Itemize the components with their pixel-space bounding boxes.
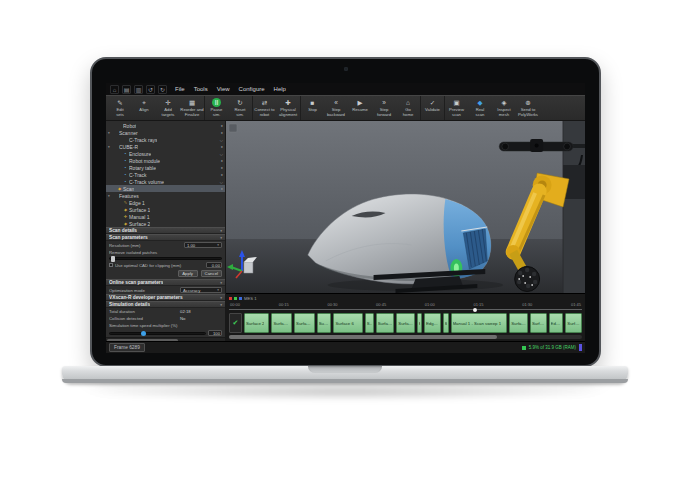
timeline-segment[interactable]: Surface 4 <box>294 313 315 333</box>
timeline-segment[interactable]: Surface 9 <box>530 313 547 333</box>
tree-item[interactable]: ▪ C-Track volume ◡ <box>106 178 225 185</box>
menu-item[interactable]: Tools <box>194 86 208 92</box>
menu-item[interactable]: File <box>175 86 185 92</box>
clipping-checkbox[interactable] <box>109 263 113 267</box>
tree-item[interactable]: ◆ Scan ● <box>106 185 225 192</box>
tree-item-icon: ✛ <box>123 214 128 219</box>
caret-icon[interactable]: ▾ <box>108 131 112 135</box>
tree-item[interactable]: ▾ CUBE-R ● <box>106 143 225 150</box>
timeline-segment[interactable]: Surface 8 <box>396 313 415 333</box>
menubar-quick-icon[interactable]: ▤ <box>122 85 131 94</box>
tree-item[interactable]: ▪ Robot module ● <box>106 157 225 164</box>
tree-item[interactable]: Robot ● <box>106 122 225 129</box>
simulation-details-header[interactable]: Simulation details ▾ <box>106 301 225 308</box>
timeline-segment[interactable]: Manual 1 - Scan sweep 1 <box>451 313 508 333</box>
eye-icon[interactable]: ● <box>221 166 223 170</box>
toolbar-button[interactable]: ✓ Validate <box>420 96 444 120</box>
timeline-segment[interactable]: Surface 7 <box>376 313 395 333</box>
tree-item[interactable]: ✛ Manual 1 <box>106 213 225 220</box>
timeline-validate-button[interactable]: ✔ <box>229 313 242 333</box>
remove-isolated-slider[interactable] <box>109 257 222 260</box>
scan-details-header[interactable]: Scan details ▾ <box>106 227 225 234</box>
cancel-button[interactable]: Cancel <box>201 270 222 277</box>
toolbar-button[interactable]: » Step forward <box>372 96 396 120</box>
caret-icon[interactable]: ▾ <box>108 194 112 198</box>
apply-button[interactable]: Apply <box>178 270 198 277</box>
timeline-segment[interactable]: Surface 5 <box>317 313 332 333</box>
toolbar-button[interactable]: ▦ Reorder and Finalize <box>180 96 204 120</box>
toolbar-button[interactable]: « Step backward <box>324 96 348 120</box>
tree-item[interactable]: C-Track rays ◡ <box>106 136 225 143</box>
toolbar-button[interactable]: ▣ Preview scan <box>444 96 468 120</box>
eye-icon[interactable]: ◡ <box>220 152 223 156</box>
menubar-quick-icon[interactable]: ⌂ <box>110 85 119 94</box>
slider-thumb[interactable] <box>141 331 146 336</box>
online-parameters-header[interactable]: Online scan parameters ▾ <box>106 279 225 286</box>
timeline-segment[interactable]: Surface 1 <box>509 313 528 333</box>
menubar-quick-icon[interactable]: ↻ <box>158 85 167 94</box>
tree-item[interactable]: ◈ Surface 2 <box>106 220 225 227</box>
eye-icon[interactable]: ● <box>221 159 223 163</box>
timeline-segment[interactable]: Edge 2 <box>549 313 564 333</box>
viewport-3d[interactable] <box>226 121 585 293</box>
menubar-quick-icon[interactable]: ↺ <box>146 85 155 94</box>
timeline-segment[interactable]: Edge 1 <box>424 313 441 333</box>
menu-item[interactable]: Configure <box>239 86 265 92</box>
toolbar-button[interactable]: ⊕ Send to PolyWorks <box>516 96 540 120</box>
clipping-value-field[interactable]: 0.00 <box>206 262 222 268</box>
eye-icon[interactable]: ◡ <box>220 138 223 142</box>
timeline-segment[interactable]: E <box>417 313 422 333</box>
multiplier-field[interactable]: 100 <box>208 330 222 336</box>
tree-item[interactable]: ▪ C-Track ● <box>106 171 225 178</box>
tree-item[interactable]: ▾ Features <box>106 192 225 199</box>
menubar-quick-icon[interactable]: ▥ <box>134 85 143 94</box>
timeline-segment[interactable]: S7 <box>365 313 374 333</box>
toolbar-button[interactable]: II Pause sim. <box>204 96 228 120</box>
toolbar-button[interactable]: ↻ Reset sim. <box>228 96 252 120</box>
timeline-segment[interactable]: Surface 2 <box>244 313 269 333</box>
toolbar-button[interactable]: ✚ Physical alignment <box>276 96 300 120</box>
timeline-hscrollbar[interactable] <box>229 335 582 339</box>
eye-icon[interactable]: ● <box>221 145 223 149</box>
left-panel-hscrollbar[interactable] <box>106 337 225 341</box>
toolbar-button[interactable]: ⇄ Connect to robot <box>252 96 276 120</box>
toolbar-button[interactable]: ✛ Add targets <box>156 96 180 120</box>
caret-icon[interactable]: ▾ <box>108 145 112 149</box>
scan-parameters-header[interactable]: Scan parameters ▾ <box>106 234 225 241</box>
tree-item[interactable]: ✎ Edge 1 <box>106 199 225 206</box>
frame-tab[interactable]: Frame 6289 <box>109 343 145 352</box>
scrollbar-thumb[interactable] <box>107 339 178 341</box>
optimization-select[interactable]: Accuracy ▾ <box>180 287 222 293</box>
eye-icon[interactable]: ● <box>221 131 223 135</box>
tree-item[interactable]: ▾ Scanner ● <box>106 129 225 136</box>
toolbar-button[interactable]: ◆ Real scan <box>468 96 492 120</box>
slider-thumb[interactable] <box>111 256 115 262</box>
toolbar-button[interactable]: ▶ Resume <box>348 96 372 120</box>
toolbar-button[interactable]: ⌖ Align <box>132 96 156 120</box>
tree-item-label: C-Track volume <box>129 179 164 185</box>
timeline-segment[interactable]: Surface 6 <box>333 313 362 333</box>
eye-icon[interactable]: ● <box>221 187 223 191</box>
timeline-segment[interactable]: S <box>443 313 449 333</box>
developer-parameters-header[interactable]: VXscan-R developer parameters ▾ <box>106 294 225 301</box>
toolbar-button[interactable]: ⌂ Go home <box>396 96 420 120</box>
eye-icon[interactable]: ● <box>221 173 223 177</box>
eye-icon[interactable]: ◡ <box>220 180 223 184</box>
multiplier-slider[interactable] <box>109 332 206 335</box>
playhead[interactable] <box>473 308 477 312</box>
toolbar-button[interactable]: ■ Stop <box>300 96 324 120</box>
timeline-segment[interactable]: Surface 3 <box>271 313 292 333</box>
eye-icon[interactable]: ● <box>221 124 223 128</box>
tree-item[interactable]: ◈ Surface 1 <box>106 206 225 213</box>
timeline-segment[interactable]: Surface 10 <box>565 313 582 333</box>
resolution-select[interactable]: 1.00 ▾ <box>184 242 222 248</box>
scrollbar-thumb[interactable] <box>229 335 497 339</box>
menu-item[interactable]: View <box>217 86 230 92</box>
toolbar-button[interactable]: ◈ Inspect mesh <box>492 96 516 120</box>
tree-item[interactable]: ▪ Enclosure ◡ <box>106 150 225 157</box>
toolbar-button[interactable]: ✎ Edit sets <box>108 96 132 120</box>
tree-item[interactable]: ▪ Rotary table ● <box>106 164 225 171</box>
timeline-ruler[interactable]: 00:00 00:15 00:30 00:45 01:00 <box>229 302 582 312</box>
menu-item[interactable]: Help <box>274 86 286 92</box>
online-parameters-header-label: Online scan parameters <box>109 280 163 285</box>
